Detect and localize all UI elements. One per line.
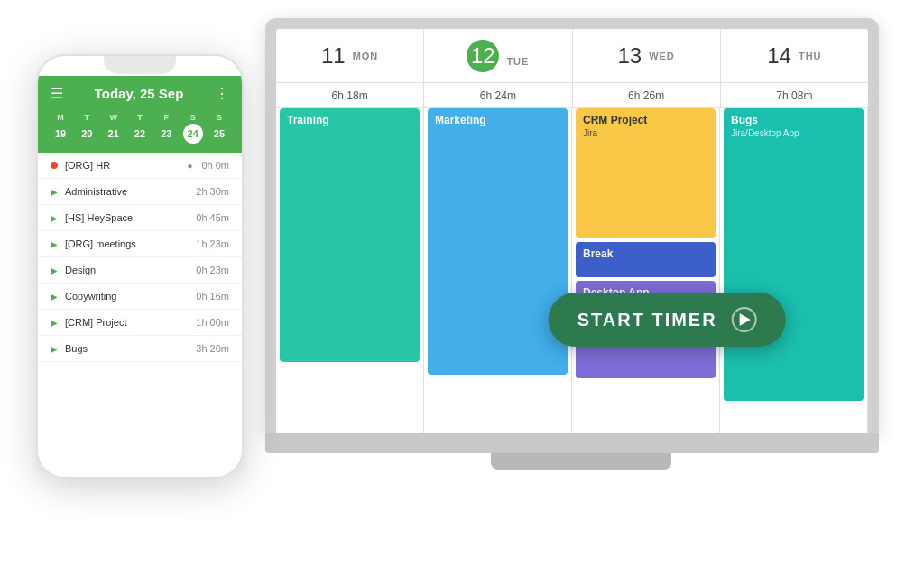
event-label-crm: CRM Project <box>583 114 708 126</box>
week-day-num-21[interactable]: 21 <box>104 124 124 144</box>
hamburger-icon[interactable]: ☰ <box>51 85 63 102</box>
play-triangle-icon <box>740 313 751 326</box>
event-bugs: Bugs Jira/Desktop App <box>724 108 864 401</box>
week-day-num-23[interactable]: 23 <box>156 124 176 144</box>
list-item[interactable]: ▶ Copywriting 0h 16m <box>38 284 242 310</box>
phone-header: ☰ Today, 25 Sep ⋮ <box>38 76 242 109</box>
phone-content: ☰ Today, 25 Sep ⋮ M 19 T 20 W 21 T <box>38 56 242 477</box>
list-item[interactable]: ▶ Administrative 2h 30m <box>38 179 242 205</box>
day-col-wed: 13 WED <box>573 29 721 82</box>
list-item[interactable]: ▶ [HS] HeySpace 0h 45m <box>38 205 242 231</box>
entry-time-crm-project: 1h 00m <box>196 317 229 328</box>
hours-thu: 7h 08m <box>721 83 868 107</box>
entry-dot2-icon: ● <box>187 161 192 171</box>
calendar-header: 11 MON 12 TUE 13 <box>276 29 868 83</box>
phone-header-title: Today, 25 Sep <box>95 86 184 101</box>
laptop: 11 MON 12 TUE 13 <box>265 18 897 542</box>
play-icon: ▶ <box>51 292 58 302</box>
day-name-wed: WED <box>649 51 675 61</box>
cal-col-thu: Bugs Jira/Desktop App <box>720 108 868 433</box>
week-day-num-19[interactable]: 19 <box>51 124 70 144</box>
scene: 11 MON 12 TUE 13 <box>0 0 924 577</box>
start-timer-label: START TIMER <box>578 310 717 330</box>
play-icon: ▶ <box>51 344 58 354</box>
laptop-screen: 11 MON 12 TUE 13 <box>276 29 868 433</box>
entry-time-meetings: 1h 23m <box>196 238 229 249</box>
time-entries-list: [ORG] HR ● 0h 0m ▶ Administrative 2h 30m… <box>38 153 242 477</box>
week-day-label-F: F <box>164 113 170 122</box>
event-label-marketing: Marketing <box>435 114 560 126</box>
event-crm: CRM Project Jira <box>576 108 716 238</box>
more-icon[interactable]: ⋮ <box>215 85 229 102</box>
entry-time-design: 0h 23m <box>196 265 229 275</box>
play-icon: ▶ <box>51 213 58 223</box>
entry-time-bugs: 3h 20m <box>196 343 229 354</box>
record-dot-icon <box>51 162 58 169</box>
week-day-W: W 21 <box>104 113 124 144</box>
entry-name-hr: [ORG] HR <box>65 160 187 171</box>
entry-name-admin: Administrative <box>65 186 192 197</box>
entry-name-heyspace: [HS] HeySpace <box>65 212 192 223</box>
calendar-hours-row: 6h 18m 6h 24m 6h 26m 7h 08m <box>276 83 868 108</box>
event-sub-bugs: Jira/Desktop App <box>731 128 856 138</box>
week-day-S1: S 24 <box>183 113 203 144</box>
hours-mon: 6h 18m <box>276 83 424 107</box>
list-item[interactable]: ▶ [ORG] meetings 1h 23m <box>38 231 242 257</box>
entry-time-heyspace: 0h 45m <box>196 212 229 223</box>
week-day-label-T1: T <box>85 113 90 122</box>
event-marketing: Marketing <box>428 108 568 375</box>
cal-col-mon: Training <box>276 108 424 433</box>
calendar-body: Training Marketing CRM Project <box>276 108 868 433</box>
laptop-stand <box>491 453 671 470</box>
entry-name-copywriting: Copywriting <box>65 291 192 302</box>
play-icon: ▶ <box>51 265 58 275</box>
entry-time-admin: 2h 30m <box>196 186 229 197</box>
week-day-S2: S 25 <box>209 113 229 144</box>
event-label-break: Break <box>583 247 708 260</box>
event-break: Break <box>576 242 716 278</box>
play-icon: ▶ <box>51 187 58 197</box>
play-icon: ▶ <box>51 318 58 328</box>
week-day-label-M: M <box>57 113 64 122</box>
phone: ☰ Today, 25 Sep ⋮ M 19 T 20 W 21 T <box>36 54 244 479</box>
entry-name-crm-project: [CRM] Project <box>65 317 192 328</box>
entry-name-meetings: [ORG] meetings <box>65 238 192 249</box>
week-day-label-S2: S <box>217 113 222 122</box>
week-day-label-S1: S <box>190 113 196 122</box>
day-name-tue: TUE <box>506 56 529 67</box>
day-name-mon: MON <box>353 51 379 61</box>
week-day-num-22[interactable]: 22 <box>130 124 150 144</box>
week-day-M: M 19 <box>51 113 70 144</box>
start-timer-button[interactable]: START TIMER <box>549 293 786 347</box>
week-day-num-20[interactable]: 20 <box>77 124 97 144</box>
week-day-label-T2: T <box>137 113 143 122</box>
list-item[interactable]: [ORG] HR ● 0h 0m <box>38 153 242 179</box>
day-num-12: 12 <box>467 40 499 72</box>
event-sub-crm: Jira <box>583 128 708 138</box>
event-training: Training <box>280 108 420 362</box>
play-icon <box>732 307 757 332</box>
list-item[interactable]: ▶ Bugs 3h 20m <box>38 336 242 362</box>
week-day-F: F 23 <box>156 113 176 144</box>
week-day-num-25[interactable]: 25 <box>209 124 229 144</box>
laptop-base <box>265 433 879 453</box>
week-strip: M 19 T 20 W 21 T 22 F 23 <box>38 109 242 153</box>
phone-notch <box>104 56 176 74</box>
list-item[interactable]: ▶ Design 0h 23m <box>38 257 242 284</box>
list-item[interactable]: ▶ [CRM] Project 1h 00m <box>38 310 242 336</box>
laptop-screen-outer: 11 MON 12 TUE 13 <box>265 18 879 433</box>
play-icon: ▶ <box>51 239 58 249</box>
entry-name-design: Design <box>65 265 192 275</box>
week-day-num-24[interactable]: 24 <box>183 124 203 144</box>
event-label-training: Training <box>287 114 412 126</box>
cal-col-wed: CRM Project Jira Break Desktop App <box>572 108 720 433</box>
hours-tue: 6h 24m <box>424 83 572 107</box>
calendar: 11 MON 12 TUE 13 <box>276 29 868 433</box>
entry-time-copywriting: 0h 16m <box>196 291 229 302</box>
hours-wed: 6h 26m <box>573 83 721 107</box>
week-day-T1: T 20 <box>77 113 97 144</box>
day-col-thu: 14 THU <box>721 29 868 82</box>
week-day-label-W: W <box>109 113 117 122</box>
day-col-tue: 12 TUE <box>424 29 572 82</box>
day-name-thu: THU <box>799 51 822 61</box>
